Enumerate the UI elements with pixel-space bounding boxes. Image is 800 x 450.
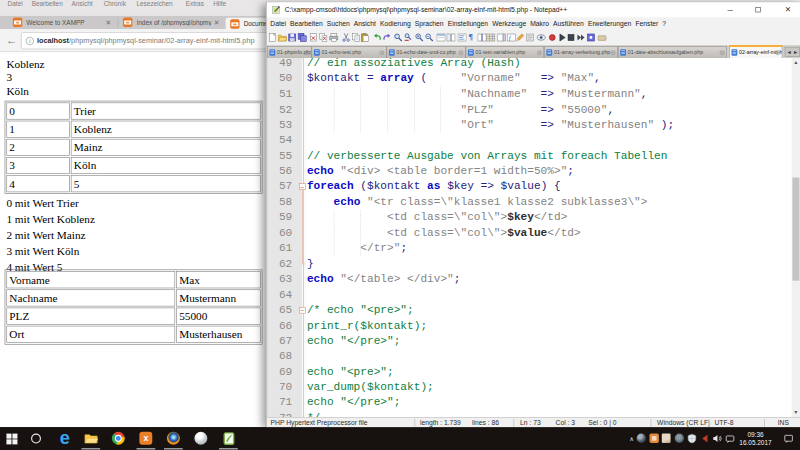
svg-text:¶: ¶ [469,33,474,42]
